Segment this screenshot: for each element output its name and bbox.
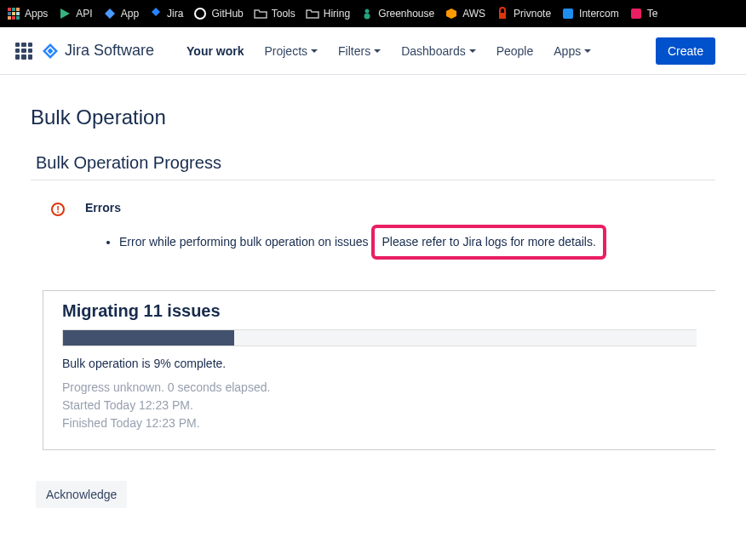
svg-point-15 <box>364 14 370 20</box>
nav-filters[interactable]: Filters <box>330 39 389 63</box>
pink-icon <box>629 7 643 20</box>
create-button[interactable]: Create <box>656 37 715 65</box>
folder-icon <box>306 7 319 20</box>
jira-logo[interactable]: Jira Software <box>41 42 154 60</box>
progress-unknown: Progress unknown. 0 seconds elapsed. <box>62 379 697 397</box>
greenhouse-icon <box>360 7 374 20</box>
error-list: Error while performing bulk operation on… <box>85 225 715 260</box>
svg-rect-3 <box>8 12 11 15</box>
bookmark-jira[interactable]: Jira <box>149 7 183 20</box>
nav-items: Your work Projects Filters Dashboards Pe… <box>178 39 600 63</box>
svg-point-13 <box>196 9 204 18</box>
bookmark-label: App <box>121 8 139 20</box>
jira-icon <box>149 7 163 20</box>
svg-rect-7 <box>12 16 15 20</box>
progress-bar <box>62 329 697 346</box>
main-content: Bulk Operation Bulk Operation Progress E… <box>0 75 746 529</box>
bookmark-label: Greenhouse <box>378 8 434 20</box>
bookmark-label: AWS <box>462 8 485 20</box>
svg-rect-19 <box>631 9 641 19</box>
top-nav: Jira Software Your work Projects Filters… <box>0 27 746 75</box>
svg-rect-5 <box>16 12 20 15</box>
bookmark-label: Te <box>647 8 658 20</box>
play-icon <box>58 7 72 20</box>
jira-diamond-icon <box>41 42 60 60</box>
bookmark-label: Hiring <box>324 8 350 20</box>
bookmark-aws[interactable]: AWS <box>445 7 485 20</box>
bookmark-greenhouse[interactable]: Greenhouse <box>360 7 434 20</box>
svg-marker-11 <box>152 8 160 16</box>
svg-rect-4 <box>12 12 15 15</box>
error-panel: Errors Error while performing bulk opera… <box>31 201 715 260</box>
nav-projects[interactable]: Projects <box>255 39 326 63</box>
bookmark-intercom[interactable]: Intercom <box>561 7 619 20</box>
bookmark-apps[interactable]: Apps <box>7 7 48 20</box>
bookmark-label: Privnote <box>514 8 551 20</box>
error-text-part1: Error while performing bulk operation on… <box>119 235 371 249</box>
svg-marker-10 <box>105 9 115 19</box>
bookmark-label: Tools <box>272 8 296 20</box>
svg-rect-8 <box>16 16 20 20</box>
svg-rect-1 <box>12 8 15 11</box>
chevron-down-icon <box>311 49 318 53</box>
nav-dashboards[interactable]: Dashboards <box>393 39 485 63</box>
bookmark-label: Intercom <box>579 8 619 20</box>
svg-rect-6 <box>8 16 11 20</box>
bookmark-label: GitHub <box>211 8 243 20</box>
svg-rect-0 <box>8 8 11 11</box>
bookmark-hiring[interactable]: Hiring <box>306 7 350 20</box>
app-switcher-icon[interactable] <box>14 41 34 61</box>
error-item: Error while performing bulk operation on… <box>119 225 715 260</box>
nav-your-work[interactable]: Your work <box>178 39 252 63</box>
chevron-down-icon <box>584 49 591 53</box>
bookmark-app[interactable]: App <box>103 7 139 20</box>
progress-title: Migrating 11 issues <box>62 301 697 321</box>
bookmark-label: Jira <box>167 8 183 20</box>
progress-started: Started Today 12:23 PM. <box>62 397 697 414</box>
progress-panel: Migrating 11 issues Bulk operation is 9%… <box>43 290 715 450</box>
error-icon <box>51 203 65 216</box>
lock-icon <box>496 7 509 20</box>
github-icon <box>193 7 207 20</box>
bookmarks-bar: Apps API App Jira GitHub Tools Hiring Gr… <box>0 0 746 27</box>
bookmark-label: API <box>76 8 92 20</box>
diamond-icon <box>103 7 117 20</box>
intercom-icon <box>561 7 575 20</box>
progress-meta: Progress unknown. 0 seconds elapsed. Sta… <box>62 379 697 432</box>
bookmark-label: Apps <box>25 8 48 20</box>
page-title: Bulk Operation <box>31 106 715 129</box>
progress-finished: Finished Today 12:23 PM. <box>62 414 697 432</box>
progress-status: Bulk operation is 9% complete. <box>62 357 697 370</box>
bookmark-github[interactable]: GitHub <box>193 7 243 20</box>
svg-point-14 <box>365 9 370 14</box>
grid-icon <box>7 7 20 20</box>
highlighted-text: Please refer to Jira logs for more detai… <box>371 225 605 260</box>
folder-icon <box>254 7 267 20</box>
app-name: Jira Software <box>65 42 154 60</box>
svg-rect-18 <box>563 9 573 19</box>
bookmark-privnote[interactable]: Privnote <box>496 7 551 20</box>
nav-people[interactable]: People <box>488 39 542 63</box>
aws-icon <box>445 7 458 20</box>
acknowledge-button[interactable]: Acknowledge <box>36 481 127 508</box>
section-title: Bulk Operation Progress <box>31 153 715 173</box>
svg-rect-17 <box>499 13 506 19</box>
svg-rect-2 <box>16 8 20 11</box>
svg-marker-16 <box>446 9 456 19</box>
bookmark-api[interactable]: API <box>58 7 92 20</box>
bookmark-te[interactable]: Te <box>629 7 658 20</box>
chevron-down-icon <box>374 49 381 53</box>
nav-apps[interactable]: Apps <box>545 39 600 63</box>
svg-marker-9 <box>60 9 70 19</box>
bookmark-tools[interactable]: Tools <box>254 7 296 20</box>
divider <box>31 180 715 180</box>
progress-fill <box>63 330 234 346</box>
chevron-down-icon <box>469 49 476 53</box>
error-heading: Errors <box>85 201 715 214</box>
